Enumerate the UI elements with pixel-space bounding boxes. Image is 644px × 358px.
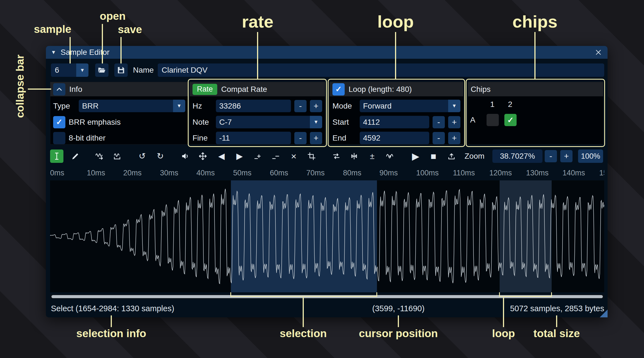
- hz-decrease-button[interactable]: -: [294, 100, 307, 112]
- redo-button[interactable]: ↻: [154, 149, 167, 163]
- ruler-label: 100ms: [416, 169, 439, 177]
- pencil-icon: [71, 152, 80, 160]
- folder-open-icon: [98, 66, 106, 74]
- brr-emphasis-checkbox[interactable]: ✓: [53, 116, 65, 128]
- chip-1-checkbox[interactable]: [487, 114, 499, 126]
- check-icon: ✓: [507, 116, 514, 125]
- loop-end-input[interactable]: 4592: [360, 132, 429, 144]
- titlebar[interactable]: ▼ Sample Editor: [46, 46, 608, 59]
- ruler-label: 120ms: [489, 169, 512, 177]
- ruler-label: 70ms: [306, 169, 325, 177]
- ruler-label: 90ms: [379, 169, 398, 177]
- reverse-button[interactable]: [330, 149, 343, 163]
- fine-decrease-button[interactable]: -: [294, 132, 307, 144]
- zoom-label: Zoom: [465, 149, 485, 163]
- create-wavetable-button[interactable]: [445, 149, 458, 163]
- annotation-chips: chips: [512, 12, 557, 31]
- annotation-loop: loop: [377, 12, 414, 31]
- ruler-label: 30ms: [160, 169, 178, 177]
- fade-out-button[interactable]: ▶: [233, 149, 246, 163]
- zoom-value-input[interactable]: 38.7027%: [492, 149, 542, 163]
- chips-panel: Chips 1 2 A ✓: [468, 82, 603, 144]
- fine-input[interactable]: -11: [216, 132, 291, 144]
- type-value: BRR: [79, 102, 173, 111]
- selection-info-text: Select (1654-2984: 1330 samples): [51, 301, 174, 315]
- annotation-bracket-selection: [230, 292, 377, 297]
- dither-checkbox[interactable]: [53, 132, 65, 144]
- play-icon: ▶: [412, 151, 419, 161]
- loop-start-input[interactable]: 4112: [360, 116, 429, 128]
- ruler-label: 20ms: [123, 169, 142, 177]
- undo-button[interactable]: ↺: [135, 149, 149, 163]
- amplify-button[interactable]: [179, 149, 192, 163]
- fine-increase-button[interactable]: +: [310, 132, 322, 144]
- swap-arrows-icon: [332, 152, 340, 160]
- loop-end-value: 4592: [363, 134, 380, 143]
- stop-preview-button[interactable]: ■: [427, 149, 440, 163]
- zoom-out-button[interactable]: -: [545, 150, 557, 162]
- filter-wave-icon: [386, 152, 394, 160]
- rate-mode-button[interactable]: Rate: [193, 84, 217, 95]
- annotation-bracket-loop: [499, 292, 552, 297]
- annotation-cursor-position: cursor position: [359, 327, 438, 340]
- close-icon[interactable]: [594, 48, 603, 57]
- resize-button[interactable]: [196, 149, 209, 163]
- hz-input[interactable]: 33286: [216, 100, 291, 112]
- sample-name-input[interactable]: Clarinet DQV: [158, 63, 604, 77]
- zoom-reset-button[interactable]: 100%: [578, 149, 603, 163]
- preview-button[interactable]: ▶: [409, 149, 422, 163]
- floppy-save-icon: [117, 66, 125, 74]
- wavetable-button[interactable]: [110, 149, 124, 163]
- check-icon: ✓: [56, 117, 62, 127]
- type-label: Type: [53, 102, 75, 111]
- loop-mode-dropdown[interactable]: Forward ▼: [360, 100, 460, 112]
- loop-panel-header: ✓ Loop (length: 480): [330, 82, 463, 96]
- invert-button[interactable]: [347, 149, 361, 163]
- dither-label: 8-bit dither: [69, 134, 105, 143]
- open-sample-button[interactable]: [95, 63, 108, 77]
- insert-silence-button[interactable]: [251, 149, 265, 163]
- chips-panel-title: Chips: [471, 85, 491, 94]
- type-dropdown[interactable]: BRR ▼: [79, 100, 185, 112]
- save-sample-button[interactable]: [114, 63, 128, 77]
- chevron-down-icon: ▼: [173, 100, 185, 112]
- annotation-selection: selection: [280, 327, 327, 340]
- waveform-display[interactable]: [50, 180, 604, 292]
- info-panel-header: Info: [50, 82, 188, 96]
- ruler-label: 40ms: [196, 169, 215, 177]
- annotation-total-size: total size: [534, 327, 580, 340]
- loop-end-increase-button[interactable]: +: [448, 132, 460, 144]
- annotation-rate: rate: [242, 12, 273, 31]
- filter-button[interactable]: [383, 149, 397, 163]
- zoom-in-button[interactable]: +: [560, 150, 573, 162]
- note-dropdown[interactable]: C-7 ▼: [216, 116, 322, 128]
- loop-enable-checkbox[interactable]: ✓: [332, 83, 345, 95]
- chip-2-checkbox[interactable]: ✓: [504, 114, 517, 126]
- apply-silence-button[interactable]: [269, 149, 282, 163]
- resize-grip[interactable]: [600, 310, 608, 317]
- total-size-text: 5072 samples, 2853 bytes: [510, 301, 604, 315]
- select-tool-button[interactable]: [50, 149, 63, 163]
- sample-index-dropdown[interactable]: 6 ▼: [51, 63, 88, 77]
- loop-end-decrease-button[interactable]: -: [433, 132, 445, 144]
- move-arrows-icon: [199, 152, 207, 160]
- draw-tool-button[interactable]: [69, 149, 82, 163]
- collapse-bar-button[interactable]: [53, 83, 65, 95]
- collapse-window-icon[interactable]: ▼: [51, 49, 56, 55]
- loop-start-increase-button[interactable]: +: [448, 116, 460, 128]
- loop-mode-value: Forward: [360, 102, 448, 111]
- loop-start-value: 4112: [363, 118, 380, 127]
- fade-in-icon: ◀: [218, 152, 224, 160]
- hz-increase-button[interactable]: +: [310, 100, 322, 112]
- resample-button[interactable]: [93, 149, 106, 163]
- chip-column-1-label: 1: [490, 100, 495, 109]
- ruler-label: 10ms: [87, 169, 105, 177]
- trim-button[interactable]: [305, 149, 318, 163]
- ruler-label: 60ms: [270, 169, 288, 177]
- note-label: Note: [193, 118, 213, 127]
- waveform-tray-icon: [113, 152, 121, 160]
- signed-unsigned-button[interactable]: ±: [366, 149, 379, 163]
- loop-start-decrease-button[interactable]: -: [433, 116, 445, 128]
- fade-in-button[interactable]: ◀: [215, 149, 228, 163]
- delete-button[interactable]: ×: [287, 149, 300, 163]
